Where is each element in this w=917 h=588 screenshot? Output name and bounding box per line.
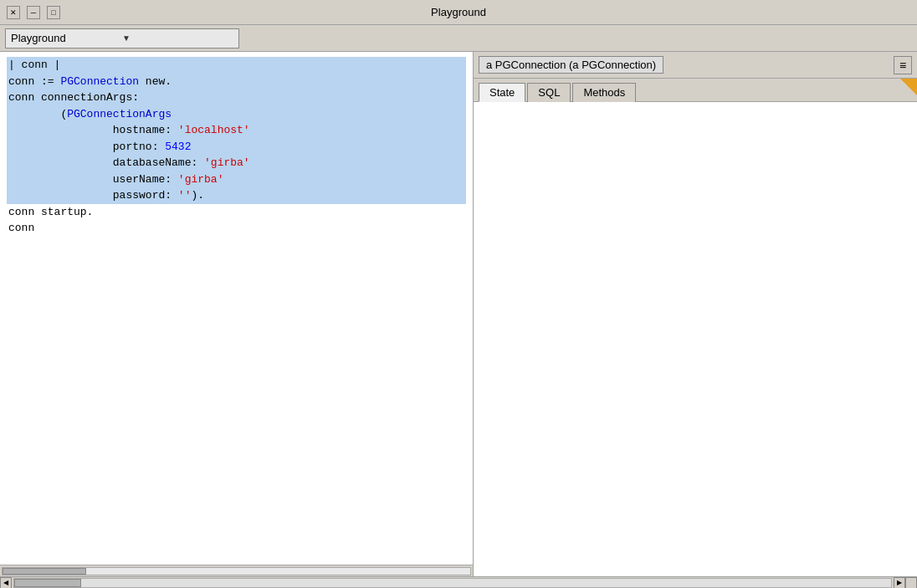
panels: | conn | conn := PGConnection new. conn …: [0, 52, 917, 576]
orange-corner-indicator: [900, 79, 917, 95]
code-line-6: portno: 5432: [7, 139, 466, 156]
window-controls: ✕ ─ □: [7, 6, 60, 19]
code-line-9: password: '').: [7, 187, 466, 204]
inspector-title-badge: a PGConnection (a PGConnection): [479, 56, 663, 74]
right-panel: a PGConnection (a PGConnection) ≡ State …: [474, 52, 917, 576]
code-line-2: conn := PGConnection new.: [7, 74, 466, 90]
scroll-right-button[interactable]: ▶: [894, 577, 905, 589]
window-title: Playground: [431, 6, 486, 18]
tab-methods[interactable]: Methods: [572, 83, 636, 102]
close-button[interactable]: ✕: [7, 6, 20, 19]
inspector-menu-button[interactable]: ≡: [894, 56, 912, 74]
main-container: Playground ▼ | conn | conn := PGConnecti…: [0, 25, 917, 588]
scroll-left-button[interactable]: ◀: [0, 577, 12, 589]
corner-box: [905, 577, 917, 589]
inspector-header: a PGConnection (a PGConnection) ≡: [474, 52, 917, 79]
code-editor[interactable]: | conn | conn := PGConnection new. conn …: [0, 52, 473, 565]
tabs-row: State SQL Methods: [474, 79, 917, 102]
code-line-1: | conn |: [7, 57, 466, 74]
dropdown-arrow-icon: ▼: [122, 33, 233, 43]
title-bar: ✕ ─ □ Playground: [0, 0, 917, 25]
left-panel-scrollbar[interactable]: [0, 565, 473, 576]
minimize-button[interactable]: ─: [27, 6, 40, 19]
code-line-5: hostname: 'localhost': [7, 122, 466, 139]
code-line-10: conn startup.: [7, 204, 466, 221]
code-line-3: conn connectionArgs:: [7, 89, 466, 106]
code-line-4: (PGConnectionArgs: [7, 106, 466, 123]
scrollbar-thumb: [14, 579, 81, 587]
bottom-bar: ◀ ▶: [0, 576, 917, 588]
toolbar-row: Playground ▼: [0, 25, 917, 52]
maximize-button[interactable]: □: [47, 6, 60, 19]
code-line-7: databaseName: 'girba': [7, 155, 466, 171]
code-line-8: userName: 'girba': [7, 171, 466, 188]
playground-dropdown[interactable]: Playground ▼: [5, 28, 239, 49]
left-panel: | conn | conn := PGConnection new. conn …: [0, 52, 474, 576]
tab-sql[interactable]: SQL: [527, 83, 571, 102]
inspector-content[interactable]: [474, 102, 917, 576]
code-line-11: conn: [7, 220, 466, 237]
bottom-horizontal-scrollbar[interactable]: [13, 578, 892, 588]
tab-state[interactable]: State: [479, 83, 525, 102]
